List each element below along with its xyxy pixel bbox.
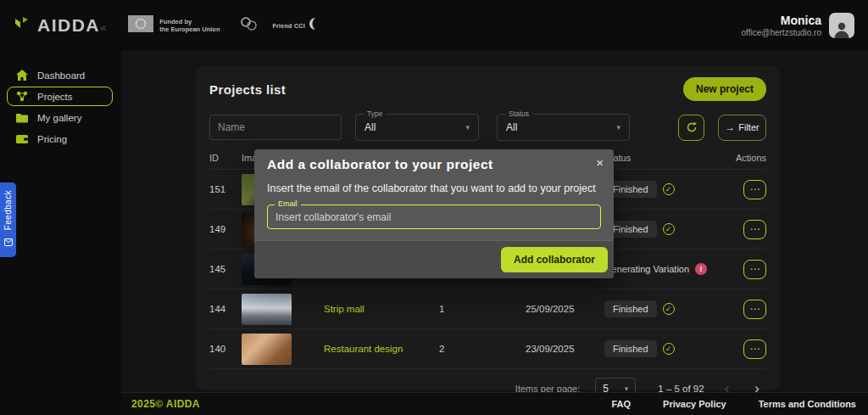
close-icon[interactable]: × xyxy=(596,157,604,169)
eu-funding-text: Funded by the European Union xyxy=(159,18,220,33)
home-icon xyxy=(15,69,28,81)
page-title: Projects list xyxy=(209,82,286,97)
footer: 2025© AIDDA FAQ Privacy Policy Terms and… xyxy=(121,392,868,415)
app-root: AIDDA « Funded by the European Union Fri… xyxy=(0,0,868,415)
circular-arrows-logo-icon xyxy=(238,15,260,36)
eu-funding-badge: Funded by the European Union xyxy=(128,15,220,36)
sidebar-item-projects[interactable]: Projects xyxy=(7,87,113,106)
friend-cci-logo-text: Friend CCI xyxy=(272,23,304,29)
project-id: 140 xyxy=(209,344,242,354)
network-icon xyxy=(15,90,28,103)
folder-icon xyxy=(15,111,28,124)
error-icon: ! xyxy=(695,263,707,275)
collapse-sidebar-icon[interactable]: « xyxy=(100,21,106,34)
chevron-down-icon: ▾ xyxy=(465,123,470,132)
footer-link-faq[interactable]: FAQ xyxy=(611,399,631,409)
user-menu[interactable]: Monica office@hertzstudio.ro xyxy=(742,13,868,38)
project-thumbnail[interactable] xyxy=(242,294,292,325)
row-actions-button[interactable]: ⋯ xyxy=(743,260,766,279)
wallet-icon xyxy=(15,132,28,145)
aidda-logo-icon xyxy=(14,15,31,36)
status-text: Generating Variation xyxy=(604,264,689,274)
person-icon xyxy=(832,20,852,38)
thread-number: 1 xyxy=(439,304,526,314)
name-filter-input[interactable] xyxy=(209,115,342,140)
project-id: 151 xyxy=(209,184,242,194)
project-id: 145 xyxy=(209,264,242,274)
table-row: 144 Strip mall 1 25/09/2025 Finished ✓ ⋯ xyxy=(209,289,766,329)
arrow-right-icon: → xyxy=(725,121,735,133)
sidebar-item-my-gallery[interactable]: My gallery xyxy=(7,108,113,127)
refresh-button[interactable] xyxy=(678,115,704,141)
status-badge: Finished xyxy=(604,300,657,317)
email-field-label: Email xyxy=(275,199,301,208)
email-field-wrapper: Email xyxy=(267,205,601,229)
project-id: 144 xyxy=(209,304,242,314)
app-logo-text: AIDDA xyxy=(37,15,100,36)
feedback-label: Feedback xyxy=(3,190,13,230)
project-name-link[interactable]: Restaurant design xyxy=(324,344,439,354)
sidebar-item-dashboard[interactable]: Dashboard xyxy=(7,65,113,85)
check-circle-icon: ✓ xyxy=(663,223,675,235)
project-name-link[interactable]: Strip mall xyxy=(324,304,439,314)
sidebar: Dashboard Projects My gallery Pricing xyxy=(0,51,121,415)
created-at: 25/09/2025 xyxy=(526,304,604,314)
collaborator-email-input[interactable] xyxy=(268,205,600,228)
thread-number: 2 xyxy=(439,344,526,354)
row-actions-button[interactable]: ⋯ xyxy=(743,220,766,239)
top-bar: AIDDA « Funded by the European Union Fri… xyxy=(0,0,868,51)
table-row: 140 Restaurant design 2 23/09/2025 Finis… xyxy=(209,329,766,369)
user-email: office@hertzstudio.ro xyxy=(742,28,821,37)
user-avatar[interactable] xyxy=(829,13,854,38)
footer-link-terms[interactable]: Terms and Conditions xyxy=(759,399,856,409)
modal-title: Add a collaborator to your project xyxy=(267,157,493,172)
created-at: 23/09/2025 xyxy=(526,344,604,354)
row-actions-button[interactable]: ⋯ xyxy=(743,339,766,359)
status-cell: Generating Variation ! xyxy=(604,263,732,275)
envelope-icon xyxy=(4,234,13,250)
status-filter-select[interactable]: Status All ▾ xyxy=(497,114,630,141)
status-cell: Finished ✓ xyxy=(604,300,732,317)
refresh-icon xyxy=(686,121,698,133)
add-collaborator-button[interactable]: Add collaborator xyxy=(501,247,608,272)
crescent-logo-icon xyxy=(308,17,320,34)
status-cell: Finished ✓ xyxy=(604,181,732,198)
project-id: 149 xyxy=(209,224,242,234)
project-thumbnail[interactable] xyxy=(242,334,292,365)
status-cell: Finished ✓ xyxy=(604,340,732,357)
new-project-button[interactable]: New project xyxy=(683,77,766,101)
footer-link-privacy-policy[interactable]: Privacy Policy xyxy=(663,399,726,409)
check-circle-icon: ✓ xyxy=(663,183,675,195)
user-name: Monica xyxy=(742,14,821,27)
eu-flag-icon xyxy=(128,15,153,36)
row-actions-button[interactable]: ⋯ xyxy=(743,300,766,319)
check-circle-icon: ✓ xyxy=(663,343,675,355)
filter-button[interactable]: → Filter xyxy=(718,115,766,141)
copyright-text: 2025© AIDDA xyxy=(131,398,200,410)
app-logo[interactable]: AIDDA xyxy=(0,15,100,36)
row-actions-button[interactable]: ⋯ xyxy=(743,180,766,199)
status-badge: Finished xyxy=(604,340,657,357)
modal-description: Insert the email of the collaborator tha… xyxy=(254,174,614,194)
type-filter-select[interactable]: Type All ▾ xyxy=(355,114,479,141)
check-circle-icon: ✓ xyxy=(663,303,675,315)
chevron-down-icon: ▾ xyxy=(616,123,620,132)
filters-row: Type All ▾ Status All ▾ → Filter xyxy=(209,114,766,141)
feedback-button[interactable]: Feedback xyxy=(0,182,16,257)
sidebar-item-pricing[interactable]: Pricing xyxy=(7,129,113,149)
status-cell: Finished ✓ xyxy=(604,221,732,238)
footer-links: FAQ Privacy Policy Terms and Conditions xyxy=(611,399,856,409)
add-collaborator-modal: Add a collaborator to your project × Ins… xyxy=(254,149,614,278)
partner-logos: Friend CCI xyxy=(238,15,319,36)
